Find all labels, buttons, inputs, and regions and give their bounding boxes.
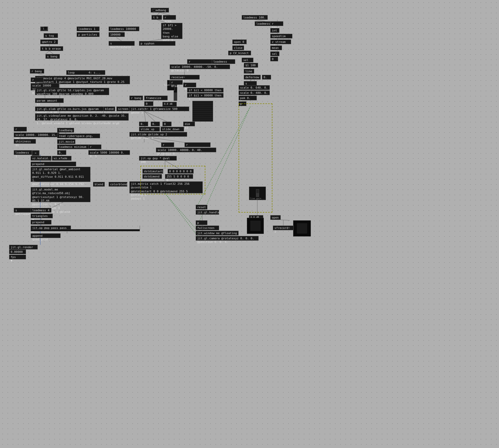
- mean-label-node: mean: [270, 45, 282, 50]
- num-0-defer-node: 0.: [262, 75, 271, 80]
- num-100000-node: 100000: [109, 32, 125, 37]
- loadmess-1-2-node: loadmess 1: [14, 150, 33, 155]
- long-bar: [31, 229, 140, 231]
- triangles-node[interactable]: triangles ▼: [31, 214, 53, 218]
- small-sq-1: [44, 27, 47, 30]
- led-1: [153, 9, 155, 12]
- reset-label-node[interactable]: reset: [196, 205, 207, 209]
- param-amount-node: param amount $1: [35, 98, 64, 103]
- jit-window-node: jit.window me @floating 1: [196, 231, 239, 235]
- int-label-node: int: [270, 28, 279, 33]
- jit-gl-videoplane-node: jit.gl.videoplane me @position 0. 2. -40…: [35, 113, 129, 121]
- jit-gl-render-node: jit.gl.render me: [9, 245, 38, 249]
- fps-label-node[interactable]: fps ▼: [9, 255, 26, 259]
- r-maxthreshold-node: r maxthreshold: [185, 142, 211, 147]
- scale-0640-node: scale 0. 640. 0. 1.: [239, 85, 270, 90]
- loadmess-100-node: loadmess 100.: [242, 15, 268, 20]
- svg-line-0: [157, 12, 160, 15]
- r-area-7-node: r area: [183, 83, 196, 87]
- jit-movie2-node: jit.movie: [57, 139, 75, 144]
- jit-op2-node: jit.op @op * @val 100: [139, 156, 177, 161]
- loadmess-min0-node: loadmess minimum 0.: [57, 144, 92, 149]
- sel-0-node: sel 0: [242, 58, 253, 62]
- svg-line-46: [144, 111, 167, 122]
- r-bang-3-node: r bang: [270, 21, 283, 26]
- svg-line-55: [165, 161, 179, 169]
- loadmess-100000-node: loadmess 100000: [109, 27, 139, 31]
- fullscreen-node: fullscreen $1: [196, 226, 219, 230]
- live-gain2-bar: [256, 189, 259, 197]
- jit-gl-slab2-node: jit.gl.slab @file co.burn.jxs @param amo…: [35, 107, 104, 111]
- shininess-node: shininess $1: [14, 139, 36, 144]
- s-bang-node: s bang: [45, 54, 60, 59]
- if-i1-lt-80000-node: if $i1 < 80000 then 3: [187, 88, 224, 93]
- r-area-2-node: r area: [31, 77, 44, 82]
- svg-line-90: [281, 220, 290, 220]
- scale-10000-40000-node: scale 10000. 40000. 0. 40. @classic 0: [156, 148, 216, 152]
- open-label2-node[interactable]: open: [270, 215, 281, 220]
- s-tog-node: s tog: [44, 33, 58, 38]
- close-label-node[interactable]: close: [232, 45, 244, 50]
- colorblend-label-node: colorblend: [109, 182, 127, 187]
- p-particles-node: p particles: [77, 32, 100, 37]
- r-area-top: r area: [163, 15, 176, 20]
- p-cv-kinect-node: p CV_kinect: [228, 51, 251, 55]
- svg-line-6: [38, 74, 45, 76]
- num-000000-node: 0.00000: [9, 249, 26, 254]
- qmetro-node: qmetro 2: [40, 39, 58, 44]
- defernow-node: defernow: [244, 75, 261, 80]
- pak-00-node: pak 0. 0.: [239, 96, 257, 100]
- jit-matrix-node: jit.matrix catch 1 float32 256 256 @used…: [129, 181, 203, 193]
- if-sf1-node: if $f1 > 20000. then bang else out2 1: [161, 23, 182, 39]
- jit-gl-slab-node: jit.gl.slab @file td.ripples.jxs @param …: [35, 88, 109, 95]
- blend-label-node: blend: [103, 107, 115, 111]
- svg-line-83: [165, 193, 198, 236]
- slide-up-node: slide_up $1: [139, 127, 160, 131]
- dim-box-node: dim $1: [183, 122, 195, 126]
- live-gain2-container[interactable]: live.gain...: [249, 187, 266, 200]
- scale-10000-100000-node: scale 10000. 100000. 15. 60.: [14, 133, 59, 137]
- num-0-6-node: 0: [162, 122, 172, 126]
- jit-gl-material-node: jit.gl.material @mat_ambient 0.911 1. 0.…: [31, 167, 90, 182]
- scale-0480-node: scale 0. 480. 0. 1.: [239, 90, 270, 95]
- prepend-set-node: prepend set: [31, 220, 51, 225]
- r-area-4-node: r area: [88, 144, 101, 149]
- num-0-3-node: 0: [144, 101, 153, 106]
- num-0-db2-node: 0.0 dB: [162, 102, 177, 107]
- pixel-display: [192, 101, 213, 122]
- append-quad-grid-node: append quad_grid: [31, 233, 61, 238]
- r-bang-2-node: r bang: [129, 96, 143, 100]
- line-label-node: line: [244, 69, 254, 74]
- dstdimstart-val-node: 0 0 0 0 0 0 0: [168, 169, 194, 174]
- svg-line-82: [165, 193, 198, 231]
- receive-atocatch-node: receive~ atocatch: [170, 75, 200, 80]
- open-0-node[interactable]: open 0: [232, 39, 247, 44]
- r-bang-left-node: r bang: [30, 69, 44, 74]
- dollar1-100-node: $1 100: [244, 63, 258, 68]
- screen-label-node: screen: [116, 107, 130, 111]
- sfrecord-node: sfrecord~ 2: [273, 226, 294, 230]
- loadmess-05-node: loadmess 0.5: [212, 59, 235, 64]
- x-toggle-node[interactable]: ✕: [32, 150, 40, 156]
- loadmess-4-node: loadmess 4: [31, 208, 51, 213]
- video-thumb-2: [293, 220, 311, 236]
- scale-5000-100000-node: scale 5000 100000 0. 0. 5: [88, 150, 130, 155]
- z-stream-node: z stream 10: [270, 39, 291, 44]
- speedlim-node: speedlim 500: [270, 34, 292, 38]
- svg-line-8: [49, 51, 53, 54]
- framesize-node: framesize $1: [144, 96, 168, 100]
- r-maxthreshold2-node: r maxthreshold: [187, 59, 213, 64]
- vz-kaleio-node: vz.kaleid...: [31, 156, 51, 161]
- svg-line-9: [45, 51, 49, 54]
- slide-down-node: slide_down $1: [161, 127, 184, 131]
- jit-slide-node: jit.slide @slide_up 2 @slide_down 5: [129, 132, 187, 137]
- blend-label2-node: blend: [93, 182, 105, 187]
- tb-node: t b: [152, 15, 162, 20]
- loadbang-2-node: loadbang: [57, 128, 74, 133]
- vz-xfade-node: vz.xfade...: [52, 156, 71, 161]
- jit-gl-model-node: jit.gl.model.me @file.ma_reduced50.obj @…: [31, 187, 90, 202]
- dstdimend-label-node: dstdimend: [142, 174, 162, 179]
- scale-10000-40000-2-node: scale 10000. 40000. -50. 0. @classic 0: [170, 64, 230, 69]
- read-cyberspace-node: read cyberspace.png, bang: [57, 134, 100, 138]
- num-0-2-node: 0.: [57, 150, 66, 155]
